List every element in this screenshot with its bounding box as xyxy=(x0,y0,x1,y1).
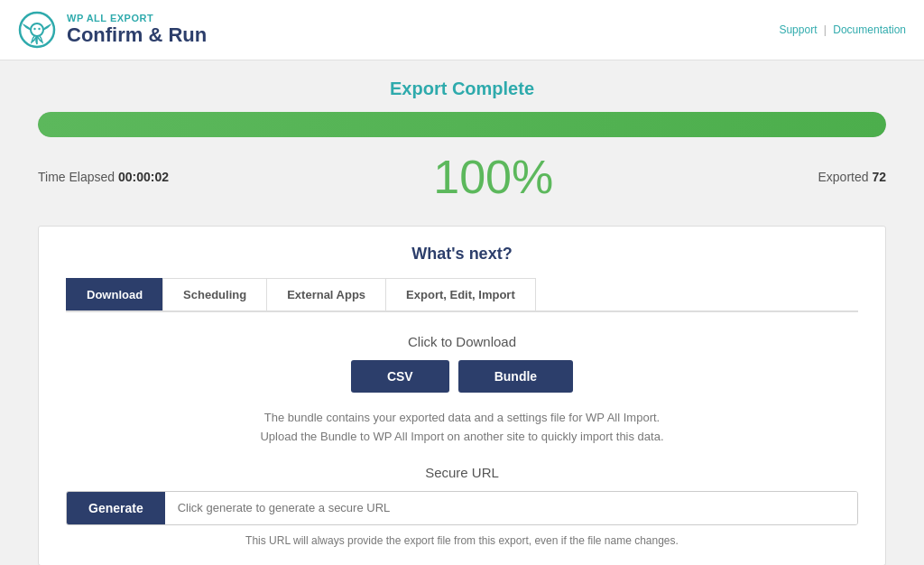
progress-bar-fill xyxy=(38,112,886,137)
header-subtitle: WP ALL EXPORT xyxy=(67,13,207,23)
tab-scheduling[interactable]: Scheduling xyxy=(162,278,267,310)
header-titles: WP ALL EXPORT Confirm & Run xyxy=(67,13,207,47)
export-complete-title: Export Complete xyxy=(38,79,886,99)
time-elapsed: Time Elapsed 00:00:02 xyxy=(38,170,169,184)
secure-url-note: This URL will always provide the export … xyxy=(66,534,858,547)
secure-url-section: Secure URL Generate This URL will always… xyxy=(66,465,858,547)
support-link[interactable]: Support xyxy=(779,23,817,36)
documentation-link[interactable]: Documentation xyxy=(833,23,906,36)
tabs-row: Download Scheduling External Apps Export… xyxy=(66,278,858,312)
percent-display: 100% xyxy=(433,150,553,204)
csv-button[interactable]: CSV xyxy=(351,360,449,393)
svg-point-1 xyxy=(31,23,43,36)
svg-point-2 xyxy=(33,28,35,30)
header-left: WP ALL EXPORT Confirm & Run xyxy=(18,11,207,49)
secure-url-input[interactable] xyxy=(165,492,857,524)
secure-url-row: Generate xyxy=(66,491,858,525)
download-buttons: CSV Bundle xyxy=(66,360,858,393)
progress-bar-container xyxy=(38,112,886,137)
svg-point-3 xyxy=(38,28,40,30)
main-content: Export Complete Time Elapsed 00:00:02 10… xyxy=(20,60,904,565)
bundle-description: The bundle contains your exported data a… xyxy=(66,409,858,447)
bundle-description-line2: Upload the Bundle to WP All Import on an… xyxy=(66,428,858,447)
bundle-button[interactable]: Bundle xyxy=(458,360,573,393)
generate-button[interactable]: Generate xyxy=(67,492,165,524)
bundle-description-line1: The bundle contains your exported data a… xyxy=(66,409,858,428)
link-separator: | xyxy=(824,23,827,36)
time-elapsed-value: 00:00:02 xyxy=(118,170,169,184)
exported-count-value: 72 xyxy=(872,170,886,184)
content-box: What's next? Download Scheduling Externa… xyxy=(38,226,886,565)
header-links: Support | Documentation xyxy=(779,23,906,36)
exported-label: Exported xyxy=(818,170,868,184)
logo-icon xyxy=(18,11,56,49)
exported-count: Exported 72 xyxy=(818,170,886,184)
whats-next-title: What's next? xyxy=(66,245,858,264)
secure-url-title: Secure URL xyxy=(66,465,858,480)
tab-download[interactable]: Download xyxy=(66,278,163,310)
page-header: WP ALL EXPORT Confirm & Run Support | Do… xyxy=(0,0,924,60)
tab-export-edit-import[interactable]: Export, Edit, Import xyxy=(385,278,536,310)
stats-row: Time Elapsed 00:00:02 100% Exported 72 xyxy=(38,150,886,204)
download-section-title: Click to Download xyxy=(66,334,858,349)
header-title: Confirm & Run xyxy=(67,23,207,47)
time-elapsed-label: Time Elapsed xyxy=(38,170,115,184)
tab-external-apps[interactable]: External Apps xyxy=(266,278,386,310)
